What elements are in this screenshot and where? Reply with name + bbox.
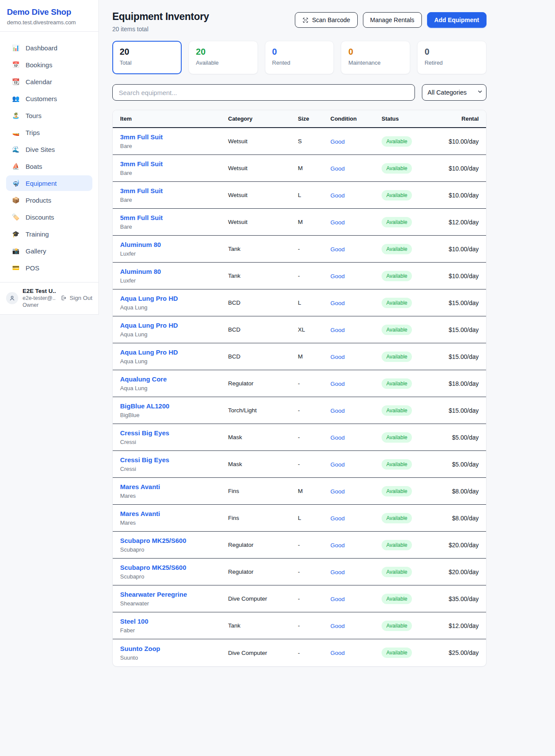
item-category: Mask <box>228 461 298 467</box>
item-name-link[interactable]: Mares Avanti <box>120 483 228 491</box>
sidebar-item-training[interactable]: 🎓 Training <box>6 226 92 242</box>
stat-card-total[interactable]: 20 Total <box>112 41 182 74</box>
item-condition-link[interactable]: Good <box>330 596 345 602</box>
item-rental: $18.00/day <box>438 380 479 387</box>
table-body: 3mm Full Suit Bare Wetsuit S Good Availa… <box>113 128 486 666</box>
user-info: E2E Test U... e2e-tester@... Owner <box>23 288 56 308</box>
item-condition-link[interactable]: Good <box>330 327 345 333</box>
stat-value: 20 <box>196 47 251 57</box>
item-condition-link[interactable]: Good <box>330 515 345 522</box>
item-condition-link[interactable]: Good <box>330 192 345 199</box>
item-brand: Aqua Lung <box>120 385 228 391</box>
item-condition-link[interactable]: Good <box>330 246 345 253</box>
item-name-link[interactable]: Suunto Zoop <box>120 645 228 653</box>
scan-barcode-label: Scan Barcode <box>312 16 350 23</box>
item-name-link[interactable]: 3mm Full Suit <box>120 133 228 141</box>
item-condition-link[interactable]: Good <box>330 219 345 226</box>
sidebar-item-label: Equipment <box>26 180 57 187</box>
item-category: Wetsuit <box>228 165 298 171</box>
status-badge: Available <box>382 244 412 254</box>
sidebar-item-pos[interactable]: 💳 POS <box>6 260 92 276</box>
item-name-link[interactable]: Aqualung Core <box>120 375 228 383</box>
item-condition-link[interactable]: Good <box>330 542 345 549</box>
item-name-link[interactable]: 3mm Full Suit <box>120 160 228 168</box>
stat-card-available[interactable]: 20 Available <box>189 41 258 74</box>
item-condition-link[interactable]: Good <box>330 381 345 387</box>
table-row: 3mm Full Suit Bare Wetsuit L Good Availa… <box>113 182 486 209</box>
item-name-link[interactable]: 5mm Full Suit <box>120 214 228 222</box>
sidebar-item-boats[interactable]: ⛵ Boats <box>6 158 92 174</box>
scan-barcode-button[interactable]: Scan Barcode <box>295 12 358 28</box>
status-cell: Available <box>382 378 438 389</box>
item-size: - <box>298 461 330 467</box>
main-content: Equipment Inventory 20 items total Scan … <box>112 0 486 667</box>
sidebar-item-trips[interactable]: 🚤 Trips <box>6 125 92 140</box>
header-actions: Scan Barcode Manage Rentals Add Equipmen… <box>295 12 486 28</box>
item-brand: Luxfer <box>120 277 228 284</box>
item-condition-link[interactable]: Good <box>330 408 345 414</box>
item-name-link[interactable]: Scubapro MK25/S600 <box>120 564 228 572</box>
manage-rentals-button[interactable]: Manage Rentals <box>363 12 422 28</box>
item-name-link[interactable]: Aqua Lung Pro HD <box>120 322 228 329</box>
stat-card-retired[interactable]: 0 Retired <box>417 41 486 74</box>
condition-cell: Good <box>330 541 382 549</box>
item-name-link[interactable]: BigBlue AL1200 <box>120 402 228 410</box>
sidebar-item-dive-sites[interactable]: 🌊 Dive Sites <box>6 141 92 157</box>
category-select[interactable]: All Categories <box>422 84 486 101</box>
item-condition-link[interactable]: Good <box>330 165 345 172</box>
search-input[interactable] <box>112 84 415 101</box>
item-condition-link[interactable]: Good <box>330 434 345 441</box>
item-name-link[interactable]: Aluminum 80 <box>120 241 228 249</box>
item-name-link[interactable]: Aluminum 80 <box>120 268 228 276</box>
item-condition-link[interactable]: Good <box>330 569 345 575</box>
table-row: 3mm Full Suit Bare Wetsuit S Good Availa… <box>113 128 486 155</box>
item-name-link[interactable]: 3mm Full Suit <box>120 187 228 195</box>
sidebar-item-products[interactable]: 📦 Products <box>6 192 92 208</box>
item-category: Torch/Light <box>228 407 298 414</box>
item-size: L <box>298 299 330 306</box>
item-condition-link[interactable]: Good <box>330 488 345 495</box>
item-name-link[interactable]: Mares Avanti <box>120 510 228 518</box>
item-brand: Scubapro <box>120 573 228 580</box>
item-name-link[interactable]: Cressi Big Eyes <box>120 429 228 437</box>
sidebar-item-equipment[interactable]: 🤿 Equipment <box>6 175 92 191</box>
status-cell: Available <box>382 621 438 631</box>
item-brand: Aqua Lung <box>120 304 228 311</box>
add-equipment-button[interactable]: Add Equipment <box>427 12 486 28</box>
item-condition-link[interactable]: Good <box>330 138 345 145</box>
status-cell: Available <box>382 298 438 308</box>
item-name-link[interactable]: Steel 100 <box>120 618 228 625</box>
item-condition-link[interactable]: Good <box>330 461 345 468</box>
item-name-link[interactable]: Aqua Lung Pro HD <box>120 348 228 356</box>
item-cell: Suunto Zoop Suunto <box>120 645 228 661</box>
item-category: Tank <box>228 273 298 279</box>
status-badge: Available <box>382 486 412 496</box>
sidebar-item-tours[interactable]: 🏝️ Tours <box>6 108 92 123</box>
sidebar-item-calendar[interactable]: 📆 Calendar <box>6 74 92 89</box>
sign-out-button[interactable]: Sign Out <box>60 295 92 301</box>
item-category: BCD <box>228 326 298 333</box>
sidebar-item-customers[interactable]: 👥 Customers <box>6 91 92 106</box>
stat-card-maintenance[interactable]: 0 Maintenance <box>341 41 410 74</box>
item-condition-link[interactable]: Good <box>330 273 345 279</box>
item-name-link[interactable]: Scubapro MK25/S600 <box>120 537 228 545</box>
condition-cell: Good <box>330 326 382 334</box>
item-condition-link[interactable]: Good <box>330 650 345 656</box>
shop-title[interactable]: Demo Dive Shop <box>7 7 91 17</box>
item-condition-link[interactable]: Good <box>330 623 345 629</box>
sign-out-icon <box>60 295 67 301</box>
sidebar-item-dashboard[interactable]: 📊 Dashboard <box>6 40 92 56</box>
sidebar-item-bookings[interactable]: 📅 Bookings <box>6 57 92 72</box>
item-cell: 3mm Full Suit Bare <box>120 133 228 149</box>
item-condition-link[interactable]: Good <box>330 300 345 306</box>
item-size: - <box>298 273 330 279</box>
sidebar-item-gallery[interactable]: 📸 Gallery <box>6 243 92 259</box>
status-badge: Available <box>382 540 412 550</box>
sidebar-item-discounts[interactable]: 🏷️ Discounts <box>6 209 92 225</box>
stat-card-rented[interactable]: 0 Rented <box>265 41 334 74</box>
item-condition-link[interactable]: Good <box>330 354 345 360</box>
item-name-link[interactable]: Aqua Lung Pro HD <box>120 295 228 302</box>
item-size: L <box>298 192 330 198</box>
item-name-link[interactable]: Cressi Big Eyes <box>120 456 228 464</box>
item-name-link[interactable]: Shearwater Peregrine <box>120 591 228 598</box>
